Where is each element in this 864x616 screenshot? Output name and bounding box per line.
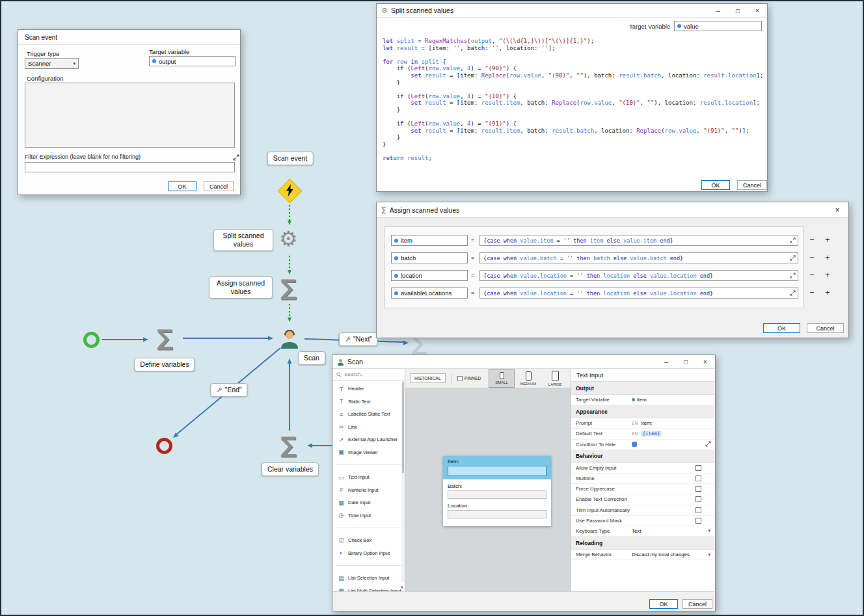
close-button[interactable]: × [826,202,848,217]
property-row-allow-empty-input[interactable]: Allow Empty Input [571,463,714,474]
expand-icon[interactable] [790,255,796,262]
target-variable-input[interactable]: value [674,21,762,31]
remove-row-button[interactable]: − [807,252,817,263]
expression-input[interactable]: {case when value.item = '' then item els… [479,235,798,246]
ok-button[interactable]: OK [701,180,730,190]
expression-input[interactable]: {case when value.location = '' then loca… [479,270,798,281]
size-medium-button[interactable]: MEDIUM [515,369,541,388]
expression-chip: {item} [641,431,661,436]
property-row-multiline[interactable]: Multiline [571,474,714,484]
property-row-force-uppercase[interactable]: Force Uppercase [571,484,714,494]
palette-item-time-input[interactable]: ◷Time Input [333,509,405,522]
property-row-use-password-mask[interactable]: Use Password Mask [571,516,714,526]
add-row-button[interactable]: + [823,235,832,245]
property-row-enable-text-correction[interactable]: Enable Text Correction [571,494,714,505]
variable-name-input[interactable]: availableLocations [391,288,468,299]
property-row-prompt[interactable]: PromptENItem: [571,418,714,429]
node-clear-variables[interactable]: ∑ [280,434,296,456]
variable-name-input[interactable]: location [391,270,468,281]
trigger-type-select[interactable]: Scanner ▾ [25,58,79,69]
palette-item-binary-option-input[interactable]: ◐Binary Option Input [333,547,405,560]
remove-row-button[interactable]: − [807,235,817,245]
property-row-condition-to-hide[interactable]: Condition To Hide [571,440,714,450]
property-label: Keyboard Type [576,528,610,534]
node-assign-scanned-values[interactable]: ∑ [280,276,296,299]
palette-item-header[interactable]: THeader [333,382,405,395]
node-scan-user[interactable] [278,327,301,350]
checkbox[interactable] [695,475,701,481]
node-split-scanned-values[interactable]: ⚙ [279,228,298,249]
maximize-button[interactable]: □ [676,355,695,368]
close-button[interactable]: × [695,355,715,368]
property-row-keyboard-type[interactable]: Keyboard Type▾Text [571,526,714,537]
target-variable-input[interactable]: output [149,56,236,66]
expand-icon[interactable] [790,273,796,280]
property-row-default-text[interactable]: Default TextEN{item} [571,429,714,439]
expand-icon[interactable] [233,154,239,161]
batch-input[interactable] [448,490,547,499]
palette-item-external-app-launcher[interactable]: ↗External App Launcher [333,433,405,446]
add-row-button[interactable]: + [823,270,832,280]
variable-name-input[interactable]: item [391,235,468,246]
expand-icon[interactable] [790,290,796,297]
palette-item-static-text[interactable]: TStatic Text [333,395,405,408]
item-input[interactable] [448,466,547,476]
code-line: let split = RegexMatches(output, "(\(\d{… [383,38,762,45]
palette-scrollbar[interactable] [401,381,405,582]
palette-item-labelled-static-text[interactable]: ≡Labelled Static Text [333,408,405,421]
palette-search-input[interactable]: Search.. [333,369,405,381]
palette-item-list-selection-input[interactable]: ▤List Selection Input [333,572,405,585]
node-define-variables[interactable]: ∑ [157,327,172,349]
scrollbar-thumb[interactable] [402,382,404,473]
scroll-down-icon[interactable]: ▾ [399,585,405,590]
cancel-button[interactable]: Cancel [737,180,767,190]
label-text: Scan [304,354,319,362]
palette-item-date-input[interactable]: ▦Date Input [333,496,405,509]
checkbox[interactable] [695,507,701,513]
close-button[interactable]: × [748,4,767,17]
code-editor[interactable]: let split = RegexMatches(output, "(\(\d{… [383,38,762,162]
cancel-button[interactable]: Cancel [682,599,712,609]
checkbox[interactable] [695,518,701,524]
ok-button[interactable]: OK [763,323,800,333]
checkbox[interactable] [695,465,701,471]
remove-row-button[interactable]: − [807,270,817,280]
dropdown-value: Discard my local changes [632,552,690,557]
remove-row-button[interactable]: − [807,288,817,298]
filter-expression-input[interactable] [25,162,235,172]
checkbox[interactable] [695,486,701,492]
node-start[interactable] [83,332,100,348]
add-row-button[interactable]: + [823,252,832,263]
palette-item-link[interactable]: ∞Link [333,421,405,434]
historical-button[interactable]: HISTORICAL [410,373,446,383]
expression-input[interactable]: {case when value.location = '' then loca… [479,288,798,299]
property-row-merge-behavior[interactable]: Merge Behavior▾Discard my local changes [571,550,714,560]
property-row-trim-input-automatically[interactable]: Trim Input Automatically [571,505,714,516]
chevron-down-icon: ▾ [73,61,75,66]
pinned-checkbox[interactable] [457,376,463,381]
ok-button[interactable]: OK [168,181,196,191]
palette-item-check-box[interactable]: ☑Check Box [333,534,405,547]
minimize-button[interactable]: – [709,4,728,17]
variable-name-input[interactable]: batch [391,252,468,263]
expression-input[interactable]: {case when value.batch = '' then batch e… [479,252,798,263]
expand-icon[interactable] [705,441,711,448]
selected-control-item[interactable]: Item: [443,456,551,479]
property-row-target-variable[interactable]: Target Variableitem [571,395,714,405]
configuration-textarea[interactable] [25,83,235,148]
size-large-button[interactable]: LARGE [542,369,568,388]
maximize-button[interactable]: □ [728,4,748,17]
ok-button[interactable]: OK [649,599,678,609]
add-row-button[interactable]: + [823,288,832,298]
node-end[interactable] [156,438,172,454]
cancel-button[interactable]: Cancel [204,181,234,191]
minimize-button[interactable]: – [656,355,676,368]
palette-item-image-viewer[interactable]: ▣Image Viewer [333,446,405,459]
size-small-button[interactable]: SMALL [489,369,515,388]
checkbox[interactable] [695,496,701,502]
expand-icon[interactable] [790,237,796,245]
palette-item-text-input[interactable]: ▭Text Input [333,471,405,484]
cancel-button[interactable]: Cancel [807,323,844,333]
location-input[interactable] [448,510,547,518]
palette-item-numeric-input[interactable]: #Numeric Input [333,484,405,497]
